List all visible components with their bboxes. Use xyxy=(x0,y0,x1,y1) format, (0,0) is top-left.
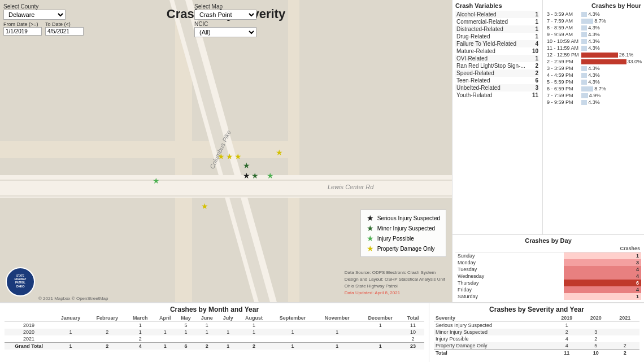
month-cell: 2019 xyxy=(5,322,53,329)
month-cell: 1 xyxy=(218,343,238,350)
severity-cell: 4 xyxy=(552,342,581,350)
day-label: Friday xyxy=(455,286,564,293)
crash-var-row: Alcohol-Related1 xyxy=(455,11,539,18)
month-col-header: June xyxy=(195,315,218,322)
severity-cell: 2 xyxy=(581,335,610,342)
severity-cell: 10 xyxy=(581,350,610,357)
month-cell xyxy=(315,335,359,343)
crash-var-value: 3 xyxy=(530,84,539,91)
map-select[interactable]: Crash Point xyxy=(194,10,256,20)
map-select-label: Select Map xyxy=(194,3,223,10)
ncic-select[interactable]: (All) xyxy=(194,27,256,37)
to-date-label: To Date (<) xyxy=(45,21,84,27)
month-cell: 2 xyxy=(127,335,154,343)
month-cell xyxy=(359,329,402,335)
hour-row: 9 - 9:59 AM 4.3% xyxy=(546,31,643,38)
hour-row: 5 - 5:59 PM 4.3% xyxy=(546,78,643,85)
svg-rect-10 xyxy=(0,195,452,197)
month-cell: 2 xyxy=(195,343,218,350)
day-row: Sunday 1 xyxy=(455,252,641,260)
hour-label: 11 - 11:59 AM xyxy=(546,45,580,51)
hour-bar: 4.9% xyxy=(580,92,643,99)
hour-label: 2 - 2:59 PM xyxy=(546,58,580,65)
crash-var-label: Alcohol-Related xyxy=(455,11,530,18)
from-date-input[interactable] xyxy=(3,27,42,36)
severity-col-header: 2019 xyxy=(552,315,581,322)
crash-var-row: Ran Red Light/Stop Sign-...2 xyxy=(455,62,539,69)
logo: STATE HIGHWAY PATROL OHIO xyxy=(6,267,35,296)
hour-label: 10 - 10:59 AM xyxy=(546,38,580,45)
hour-label: 8 - 8:59 AM xyxy=(546,24,580,31)
month-cell xyxy=(154,335,176,343)
legend-item-property: ★ Property Damage Only xyxy=(367,244,440,253)
month-col-header: August xyxy=(238,315,269,322)
severity-cell: Serious Injury Suspected xyxy=(434,322,552,329)
hour-label: 12 - 12:59 PM xyxy=(546,51,580,58)
hour-row: 11 - 11:59 AM 4.3% xyxy=(546,45,643,51)
month-cell: 1 xyxy=(195,322,218,329)
month-col-header: May xyxy=(176,315,195,322)
hour-label: 9 - 9:59 AM xyxy=(546,31,580,38)
severity-cell: 1 xyxy=(552,322,581,329)
day-count: 4 xyxy=(564,273,641,280)
month-cell: 10 xyxy=(402,329,424,335)
svg-text:★: ★ xyxy=(243,161,250,170)
severity-cell: Total xyxy=(434,350,552,357)
hour-bar: 4.3% xyxy=(580,78,643,85)
day-label: Saturday xyxy=(455,293,564,300)
severity-row: Property Damage Only452 xyxy=(434,342,639,350)
month-col-header: September xyxy=(269,315,315,322)
svg-text:★: ★ xyxy=(226,152,233,161)
day-row: Wednesday 4 xyxy=(455,273,641,280)
month-cell: Grand Total xyxy=(5,343,53,350)
crash-var-value: 6 xyxy=(530,77,539,84)
month-cell xyxy=(195,335,218,343)
day-label: Tuesday xyxy=(455,266,564,273)
county-select[interactable]: Delaware xyxy=(3,10,66,20)
day-row: Thursday 6 xyxy=(455,280,641,286)
day-count: 6 xyxy=(564,280,641,286)
hour-bar: 4.3% xyxy=(580,45,643,51)
hour-pct: 4.3% xyxy=(588,11,600,17)
crashes-by-severity-table: Severity201920202021 Serious Injury Susp… xyxy=(434,315,639,356)
hour-bar: 33.0% xyxy=(580,58,643,65)
data-updated: Data Updated: April 8, 2021 xyxy=(345,290,445,296)
hour-bar: 4.3% xyxy=(580,24,643,31)
legend-item-serious: ★ Serious Injury Suspected xyxy=(367,213,440,223)
month-col-header: Total xyxy=(402,315,424,322)
crashes-by-hour-title: Crashes by Hour xyxy=(546,2,641,9)
crash-var-label: Speed-Related xyxy=(455,69,530,77)
month-cell: 1 xyxy=(127,329,154,335)
to-date-input[interactable] xyxy=(45,27,84,36)
hour-label: 7 - 7:59 AM xyxy=(546,18,580,24)
crash-var-label: Drug-Related xyxy=(455,33,530,40)
severity-cell: 2 xyxy=(611,342,639,350)
month-row: 20191511111 xyxy=(5,322,424,329)
month-col-header: March xyxy=(127,315,154,322)
severity-row: Minor Injury Suspected23 xyxy=(434,329,639,335)
svg-text:★: ★ xyxy=(243,171,250,180)
month-col-header: February xyxy=(88,315,127,322)
hour-row: 10 - 10:59 AM 4.3% xyxy=(546,38,643,45)
severity-cell xyxy=(581,322,610,329)
hour-row: 3 - 3:59 AM 4.3% xyxy=(546,11,643,18)
hour-pct: 4.3% xyxy=(588,66,600,71)
day-label: Wednesday xyxy=(455,273,564,280)
crash-var-value: 1 xyxy=(530,25,539,33)
crash-var-row: Commercial-Related1 xyxy=(455,18,539,25)
month-cell: 2 xyxy=(402,335,424,343)
hour-pct: 4.3% xyxy=(588,25,600,30)
hour-pct: 8.7% xyxy=(594,86,606,91)
month-cell xyxy=(53,335,88,343)
serious-label: Serious Injury Suspected xyxy=(377,215,440,221)
severity-cell: 2 xyxy=(552,329,581,335)
hour-pct: 4.3% xyxy=(588,32,600,37)
hour-row: 7 - 7:59 AM 8.7% xyxy=(546,18,643,24)
crash-variables-table: Alcohol-Related1Commercial-Related1Distr… xyxy=(455,11,539,99)
svg-text:★: ★ xyxy=(234,152,242,161)
hour-bar: 26.1% xyxy=(580,51,643,58)
month-cell: 1 xyxy=(195,329,218,335)
month-cell: 1 xyxy=(359,343,402,350)
day-count: 4 xyxy=(564,286,641,293)
day-row: Tuesday 4 xyxy=(455,266,641,273)
